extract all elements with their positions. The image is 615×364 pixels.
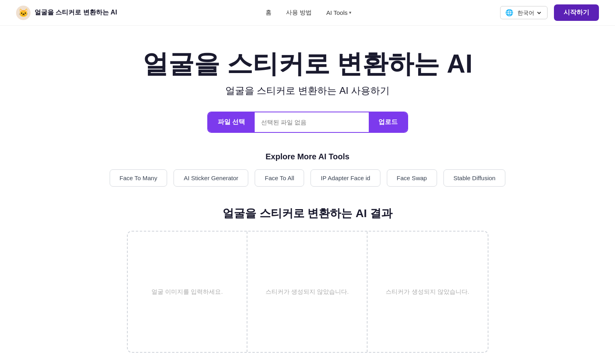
logo-icon: 🐱 bbox=[16, 6, 31, 20]
main-content: 얼굴을 스티커로 변환하는 AI 얼굴을 스티커로 변환하는 AI 사용하기 파… bbox=[0, 26, 615, 364]
navbar-right: 🌐 한국어 English 日本語 中文 시작하기 bbox=[500, 4, 599, 21]
navbar-logo-area: 🐱 얼굴을 스티커로 변환하는 AI bbox=[16, 6, 117, 20]
tool-tag-face-to-many[interactable]: Face To Many bbox=[110, 169, 168, 187]
result-placeholder-sticker-2: 스티커가 생성되지 않았습니다. bbox=[386, 288, 469, 296]
nav-home-link[interactable]: 홈 bbox=[266, 9, 272, 16]
result-cell-input: 얼굴 이미지를 입력하세요. bbox=[128, 232, 248, 352]
hero-title: 얼굴을 스티커로 변환하는 AI bbox=[143, 50, 472, 78]
nav-usage-link[interactable]: 사용 방법 bbox=[286, 9, 312, 16]
chevron-down-icon: ▾ bbox=[349, 10, 351, 15]
logo-text: 얼굴을 스티커로 변환하는 AI bbox=[35, 8, 117, 17]
result-cell-sticker-2: 스티커가 생성되지 않았습니다. bbox=[368, 232, 488, 352]
hero-subtitle: 얼굴을 스티커로 변환하는 AI 사용하기 bbox=[225, 84, 390, 97]
tool-tag-ip-adapter[interactable]: IP Adapter Face id bbox=[311, 169, 380, 187]
tools-row: Face To Many AI Sticker Generator Face T… bbox=[110, 169, 506, 187]
upload-button[interactable]: 업로드 bbox=[369, 112, 407, 132]
results-grid: 얼굴 이미지를 입력하세요. 스티커가 생성되지 않았습니다. 스티커가 생성되… bbox=[127, 231, 488, 353]
tool-tag-stable-diffusion[interactable]: Stable Diffusion bbox=[443, 169, 506, 187]
tool-tag-ai-sticker[interactable]: AI Sticker Generator bbox=[174, 169, 248, 187]
language-selector[interactable]: 🌐 한국어 English 日本語 中文 bbox=[500, 6, 548, 19]
result-placeholder-sticker-1: 스티커가 생성되지 않았습니다. bbox=[266, 288, 349, 296]
file-name-input[interactable] bbox=[255, 113, 369, 131]
result-cell-sticker-1: 스티커가 생성되지 않았습니다. bbox=[247, 232, 368, 352]
result-placeholder-input: 얼굴 이미지를 입력하세요. bbox=[151, 288, 223, 296]
nav-ai-tools-label: AI Tools bbox=[326, 9, 347, 16]
tool-tag-face-swap[interactable]: Face Swap bbox=[387, 169, 437, 187]
globe-icon: 🌐 bbox=[505, 9, 513, 16]
navbar: 🐱 얼굴을 스티커로 변환하는 AI 홈 사용 방법 AI Tools ▾ 🌐 … bbox=[0, 0, 615, 26]
file-select-button[interactable]: 파일 선택 bbox=[208, 112, 255, 132]
language-dropdown[interactable]: 한국어 English 日本語 中文 bbox=[516, 9, 542, 16]
explore-title: Explore More AI Tools bbox=[266, 152, 349, 161]
start-button[interactable]: 시작하기 bbox=[554, 4, 599, 21]
upload-area: 파일 선택 업로드 bbox=[207, 112, 408, 133]
results-title: 얼굴을 스티커로 변환하는 AI 결과 bbox=[223, 206, 392, 221]
nav-ai-tools-dropdown[interactable]: AI Tools ▾ bbox=[326, 9, 351, 16]
navbar-center: 홈 사용 방법 AI Tools ▾ bbox=[266, 9, 351, 16]
tool-tag-face-to-all[interactable]: Face To All bbox=[255, 169, 304, 187]
